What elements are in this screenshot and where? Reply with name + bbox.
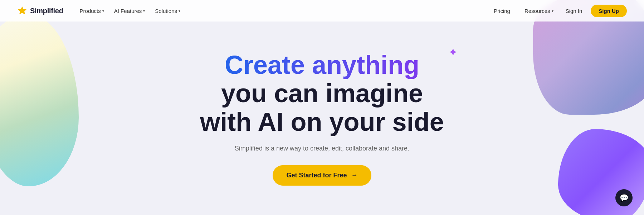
logo-icon (17, 6, 27, 16)
nav-right: Pricing Resources ▾ Sign In Sign Up (490, 5, 627, 17)
headline-line1: Create anything✦ (200, 51, 444, 79)
nav-pricing[interactable]: Pricing (490, 6, 514, 16)
nav-products[interactable]: Products ▾ (76, 6, 108, 16)
nav-resources-label: Resources (525, 8, 550, 14)
hero-headline: Create anything✦ you can imagine with AI… (200, 51, 444, 136)
sparkle-icon: ✦ (449, 47, 457, 58)
nav-links: Products ▾ AI Features ▾ Solutions ▾ (76, 6, 184, 16)
nav-solutions-label: Solutions (155, 8, 177, 14)
nav-pricing-label: Pricing (494, 8, 510, 14)
nav-ai-features[interactable]: AI Features ▾ (111, 6, 149, 16)
nav-left: Simplified Products ▾ AI Features ▾ Solu… (17, 6, 184, 16)
logo[interactable]: Simplified (17, 6, 63, 16)
chevron-resources-icon: ▾ (552, 9, 553, 13)
nav-ai-features-label: AI Features (114, 8, 142, 14)
headline-line3: with AI on your side (200, 108, 444, 136)
sign-in-label: Sign In (566, 8, 582, 14)
nav-solutions[interactable]: Solutions ▾ (151, 6, 184, 16)
chevron-products-icon: ▾ (102, 9, 104, 13)
hero-subtitle: Simplified is a new way to create, edit,… (235, 145, 409, 152)
chevron-solutions-icon: ▾ (179, 9, 180, 13)
nav-resources[interactable]: Resources ▾ (521, 6, 557, 16)
headline-create-anything: Create anything (225, 51, 419, 79)
navbar: Simplified Products ▾ AI Features ▾ Solu… (0, 0, 644, 22)
sign-up-button[interactable]: Sign Up (591, 5, 627, 17)
cta-arrow-icon: → (351, 172, 358, 179)
cta-label: Get Started for Free (286, 172, 347, 179)
nav-products-label: Products (80, 8, 101, 14)
cta-button[interactable]: Get Started for Free → (273, 165, 371, 186)
nav-right-links: Pricing Resources ▾ (490, 6, 557, 16)
svg-marker-0 (18, 6, 26, 14)
sign-in-link[interactable]: Sign In (566, 8, 582, 14)
sign-up-label: Sign Up (599, 8, 619, 14)
chevron-ai-features-icon: ▾ (143, 9, 145, 13)
headline-line2: you can imagine (200, 79, 444, 108)
hero-section: Create anything✦ you can imagine with AI… (0, 22, 644, 215)
chat-bubble[interactable]: 💬 (615, 189, 633, 206)
logo-text: Simplified (30, 7, 63, 15)
chat-icon: 💬 (620, 194, 629, 202)
